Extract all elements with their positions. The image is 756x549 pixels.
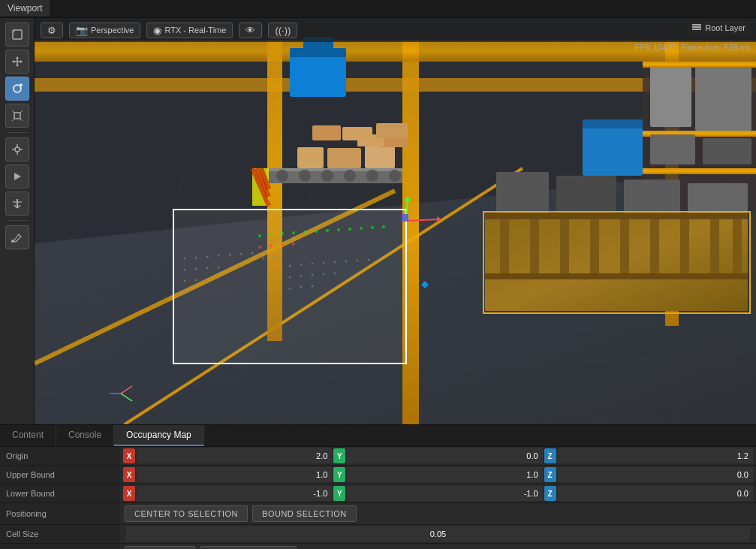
svg-point-111: [270, 244, 273, 247]
viewport-tab[interactable]: Viewport: [0, 0, 50, 17]
svg-point-101: [292, 231, 295, 234]
positioning-value: CENTER TO SELECTION BOUND SELECTION: [120, 503, 756, 525]
svg-point-81: [389, 170, 401, 182]
cell-size-label: Cell Size: [0, 525, 120, 544]
svg-point-76: [276, 170, 288, 182]
svg-rect-68: [496, 172, 549, 213]
svg-point-134: [334, 261, 336, 264]
upper-bound-label: Upper Bound: [0, 466, 120, 484]
cell-size-input[interactable]: [126, 526, 750, 541]
svg-marker-7: [20, 60, 23, 63]
fps-display: FPS: 104.35, Frame-time: 9.58 ms: [635, 44, 750, 52]
play-tool-btn[interactable]: [5, 164, 29, 189]
lower-y-group: Y: [333, 486, 542, 501]
svg-rect-58: [485, 273, 748, 279]
origin-z-label: Z: [544, 448, 556, 463]
scale-tool-btn[interactable]: [5, 104, 29, 128]
svg-point-124: [195, 268, 197, 270]
svg-point-116: [206, 256, 209, 258]
svg-point-112: [281, 243, 284, 246]
origin-x-label: X: [123, 448, 135, 463]
svg-point-78: [321, 170, 333, 182]
render-mode-btn[interactable]: ◉ RTX - Real-Time: [146, 23, 233, 38]
svg-marker-19: [14, 173, 21, 180]
svg-point-120: [251, 252, 254, 255]
svg-rect-90: [327, 148, 361, 168]
svg-point-122: [274, 256, 276, 258]
svg-rect-63: [620, 219, 629, 273]
upper-x-input[interactable]: [137, 467, 332, 482]
visualize-image-btn[interactable]: VISUALIZE IMAGE: [200, 546, 296, 549]
svg-point-106: [348, 228, 351, 231]
bound-selection-btn[interactable]: BOUND SELECTION: [252, 505, 357, 522]
svg-rect-71: [688, 183, 748, 213]
svg-point-132: [312, 263, 314, 265]
scene-render: [35, 18, 756, 424]
svg-rect-64: [650, 219, 659, 273]
svg-point-133: [323, 262, 325, 264]
origin-x-input[interactable]: [137, 448, 332, 463]
svg-marker-5: [16, 65, 19, 67]
svg-rect-51: [695, 67, 751, 131]
snap-tool-btn[interactable]: [5, 137, 29, 161]
lower-x-group: X: [123, 486, 332, 501]
rtx-icon: ◉: [153, 25, 161, 36]
eye-btn[interactable]: 👁: [239, 23, 262, 38]
lower-z-group: Z: [544, 486, 753, 501]
origin-z-input[interactable]: [558, 448, 753, 463]
center-to-selection-btn[interactable]: CENTER TO SELECTION: [125, 505, 248, 522]
svg-point-121: [263, 258, 265, 260]
svg-point-24: [11, 240, 14, 243]
svg-rect-50: [650, 67, 691, 127]
svg-rect-52: [650, 134, 695, 164]
svg-rect-25: [692, 26, 701, 28]
svg-point-14: [15, 147, 20, 152]
calculate-btn[interactable]: CALCULATE: [125, 546, 195, 549]
svg-point-131: [300, 264, 303, 266]
lower-y-input[interactable]: [347, 486, 542, 501]
svg-point-117: [218, 255, 220, 257]
upper-z-group: Z: [544, 467, 753, 482]
settings-btn[interactable]: ⚙: [41, 23, 63, 38]
gear-icon: ⚙: [47, 25, 56, 36]
tab-console[interactable]: Console: [56, 425, 114, 446]
svg-rect-67: [733, 219, 742, 273]
select-tool-btn[interactable]: [5, 23, 29, 47]
svg-point-140: [300, 275, 303, 277]
camera-mode-label: Perspective: [91, 26, 134, 35]
tab-content[interactable]: Content: [0, 425, 56, 446]
svg-point-118: [229, 254, 231, 256]
lower-z-input[interactable]: [558, 486, 753, 501]
upper-z-input[interactable]: [558, 467, 753, 482]
paint-tool-btn[interactable]: [5, 225, 29, 249]
physics-tool-btn[interactable]: [5, 192, 29, 216]
upper-z-label: Z: [544, 467, 556, 482]
svg-rect-66: [710, 219, 719, 273]
origin-y-input[interactable]: [347, 448, 542, 463]
svg-point-135: [345, 261, 348, 263]
rotate-tool-btn[interactable]: [5, 77, 29, 101]
origin-z-group: Z: [544, 448, 753, 463]
camera-mode-btn[interactable]: 📷 Perspective: [69, 23, 140, 38]
viewport-canvas[interactable]: ⚙ 📷 Perspective ◉ RTX - Real-Time 👁 ((·)…: [35, 18, 756, 424]
svg-rect-56: [485, 213, 748, 311]
lower-bound-value: X Y Z: [120, 484, 756, 503]
svg-rect-54: [583, 123, 643, 176]
root-layer-label: Root Layer: [705, 23, 745, 32]
svg-point-77: [299, 170, 311, 182]
viewport-top-bar: ⚙ 📷 Perspective ◉ RTX - Real-Time 👁 ((·)…: [35, 18, 756, 42]
svg-point-102: [303, 231, 306, 234]
svg-line-11: [20, 110, 23, 113]
tab-occupancy-map[interactable]: Occupancy Map: [114, 425, 204, 446]
svg-rect-92: [380, 137, 408, 147]
svg-rect-69: [556, 176, 616, 213]
lower-x-input[interactable]: [137, 486, 332, 501]
lower-bound-label: Lower Bound: [0, 484, 120, 503]
audio-btn[interactable]: ((·)): [268, 23, 297, 38]
render-mode-label: RTX - Real-Time: [164, 26, 226, 35]
upper-bound-value: X Y Z: [120, 466, 756, 484]
eye-icon: 👁: [245, 25, 255, 36]
upper-y-input[interactable]: [347, 467, 542, 482]
left-toolbar: [0, 18, 35, 424]
move-tool-btn[interactable]: [5, 50, 29, 74]
